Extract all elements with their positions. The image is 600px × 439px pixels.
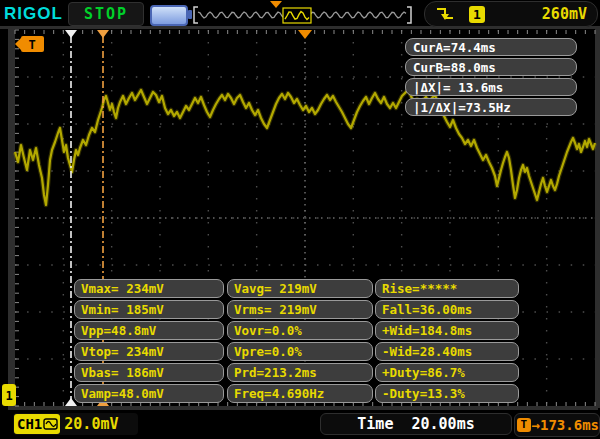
cursor-readout-2: CurB=88.0ms (405, 58, 577, 76)
run-state-badge[interactable]: STOP (68, 2, 144, 26)
horizontal-position-strip[interactable] (190, 0, 420, 26)
rigol-logo: RIGOL (4, 4, 63, 24)
measurement-pill: Vtop= 234mV (74, 342, 224, 361)
measurement-column-2: Vavg= 219mVVrms= 219mVVovr=0.0%Vpre=0.0%… (227, 279, 373, 405)
cursor-readout-3: |ΔX|= 13.6ms (405, 78, 577, 96)
measurement-pill: Vpp=48.8mV (74, 321, 224, 340)
cursor-a-top-marker[interactable] (65, 30, 77, 38)
measurement-pill: Rise=***** (375, 279, 519, 298)
measurement-pill: Prd=213.2ms (227, 363, 373, 382)
measurement-pill: Fall=36.00ms (375, 300, 519, 319)
measurement-pill: Vavg= 219mV (227, 279, 373, 298)
measurement-pill: Vbas= 186mV (74, 363, 224, 382)
status-bar: RIGOL STOP 1 260mV (0, 0, 600, 26)
measurement-column-1: Vmax= 234mVVmin= 185mVVpp=48.8mVVtop= 23… (74, 279, 224, 405)
strip-trigger-icon (270, 1, 282, 8)
channel1-status-pill[interactable]: CH1 20.0mV (13, 413, 138, 435)
measurement-pill: Vovr=0.0% (227, 321, 373, 340)
trigger-offset-pill[interactable]: T →173.6ms (514, 413, 600, 437)
trigger-level-value: 260mV (542, 5, 587, 23)
trigger-source-badge: 1 (469, 6, 485, 23)
falling-edge-icon (435, 5, 457, 23)
coupling-icon (43, 418, 58, 430)
cursor-b-top-marker[interactable] (97, 30, 109, 38)
measurement-column-3: Rise=*****Fall=36.00ms+Wid=184.8ms-Wid=2… (375, 279, 519, 405)
channel1-badge: CH1 (14, 414, 60, 434)
trigger-offset-value: →173.6ms (532, 417, 599, 433)
channel1-level-icon[interactable]: 1 (2, 384, 16, 406)
measurement-pill: Vrms= 219mV (227, 300, 373, 319)
measurement-pill: Vmin= 185mV (74, 300, 224, 319)
channel1-scale-value: 20.0mV (64, 415, 118, 433)
channel-status-bar: CH1 20.0mV Time 20.00ms T →173.6ms (0, 411, 600, 439)
trigger-offset-t-icon: T (517, 418, 531, 432)
svg-text:T: T (28, 38, 35, 52)
measurement-pill: Freq=4.690Hz (227, 384, 373, 403)
trigger-level-icon[interactable]: T (15, 36, 44, 52)
battery-icon (150, 5, 188, 26)
strip-right-bracket (407, 7, 411, 23)
channel1-label: CH1 (17, 414, 42, 434)
measurement-pill: +Wid=184.8ms (375, 321, 519, 340)
measurement-pill: -Wid=28.40ms (375, 342, 519, 361)
cursor-readout-1: CurA=74.4ms (405, 38, 577, 56)
measurement-pill: Vmax= 234mV (74, 279, 224, 298)
trigger-status-pill[interactable]: 1 260mV (424, 1, 598, 27)
measurement-pill: Vpre=0.0% (227, 342, 373, 361)
cursor-readout-4: |1/ΔX|=73.5Hz (405, 98, 577, 116)
svg-text:1: 1 (5, 389, 12, 403)
trigger-position-icon[interactable] (298, 30, 312, 39)
measurement-pill: -Duty=13.3% (375, 384, 519, 403)
oscilloscope-screen: { "header": { "brand": "RIGOL", "run_sta… (0, 0, 600, 439)
timebase-pill[interactable]: Time 20.00ms (320, 413, 512, 435)
measurement-pill: +Duty=86.7% (375, 363, 519, 382)
measurement-pill: Vamp=48.0mV (74, 384, 224, 403)
strip-left-bracket (194, 7, 198, 23)
